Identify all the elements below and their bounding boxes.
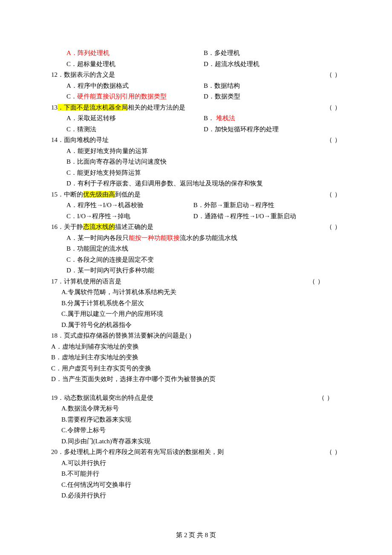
option-a: A.专属软件范畴，与计算机体系结构无关 — [61, 287, 341, 298]
option-b: B．虚地址到主存实地址的变换 — [51, 352, 341, 363]
option-b: B.不可能并行 — [61, 468, 341, 480]
option-a: A．程序中的数据格式 — [66, 81, 204, 92]
q20-stem: 20．多处理机上两个程序段之间若有先写后读的数据相关，则 （ ） — [51, 447, 341, 458]
option-text: A．阵列处理机 — [66, 49, 110, 56]
option-a: A．程序性→I/O→机器校验 — [66, 200, 193, 211]
option-c: C．用户虚页号到主存实页号的变换 — [51, 363, 341, 374]
answer-blank: （ ） — [326, 447, 341, 458]
answer-blank: （ ） — [309, 276, 324, 287]
stem-text: 20．多处理机上两个程序段之间若有先写后读的数据相关，则 — [51, 447, 224, 458]
option-c: C.属于用以建立一个用户的应用环境 — [61, 309, 341, 320]
option-label: C． — [66, 93, 77, 100]
stem-prefix: 15．中断的 — [51, 191, 83, 198]
option-b: B．比面向寄存器的寻址访问速度快 — [66, 156, 341, 168]
highlight-text: 优先级由高 — [83, 191, 115, 198]
option-suffix: 流水的多功能流水线 — [180, 234, 237, 241]
option-d: D.必须并行执行 — [61, 490, 341, 501]
q18-options: A．虚地址到辅存实地址的变换 B．虚地址到主存实地址的变换 C．用户虚页号到主存… — [51, 341, 341, 385]
q13-options: A．采取延迟转移 B． 堆栈法 C．猜测法 D．加快短循环程序的处理 — [51, 113, 341, 135]
option-b: B． 堆栈法 — [204, 113, 341, 124]
option-d: D．当产生页面失效时，选择主存中哪个页作为被替换的页 — [51, 374, 341, 385]
stem-text: 19．动态数据流机最突出的特点是使 — [51, 393, 153, 404]
option-c: C．硬件能直接识别引用的数据类型 — [66, 91, 204, 102]
option-c: C．猜测法 — [66, 124, 204, 135]
q16-options: A．某一时间内各段只能按一种功能联接流水的多功能流水线 B．功能固定的流水线 C… — [51, 233, 341, 276]
stem-suffix: 相关的处理方法的是 — [128, 104, 185, 111]
option-d: D.属于符号化的机器指令 — [61, 320, 341, 331]
q14-options: A．能更好地支持向量的运算 B．比面向寄存器的寻址访问速度快 C．能更好地支持矩… — [51, 146, 341, 189]
answer-blank: （ ） — [326, 102, 341, 113]
highlight-text: ．下面不是流水机器全局 — [58, 104, 128, 111]
stem-text: 14．面向堆栈的寻址 — [51, 135, 109, 146]
stem-text: 17．计算机使用的语言是 — [51, 276, 121, 287]
q11-options: A．阵列处理机 B．多处理机 C．超标量处理机 D．超流水线处理机 — [51, 48, 341, 69]
q13-stem: 13．下面不是流水机器全局相关的处理方法的是 （ ） — [51, 102, 341, 113]
option-a: A．能更好地支持向量的运算 — [66, 146, 341, 157]
spacer — [51, 385, 341, 393]
q12-options: A．程序中的数据格式 B．数据结构 C．硬件能直接识别引用的数据类型 D．数据类… — [51, 81, 341, 102]
option-d: D.同步由门(Latch)寄存器来实现 — [61, 436, 341, 447]
option-a: A.可以并行执行 — [61, 458, 341, 469]
q19-options: A.数据流令牌无标号 B.需要程序记数器来实现 C.令牌带上标号 D.同步由门(… — [51, 403, 341, 447]
option-d: D．加快短循环程序的处理 — [204, 124, 341, 135]
option-c: C．超标量处理机 — [66, 59, 204, 70]
option-b: B.分属于计算机系统各个层次 — [61, 298, 341, 309]
option-a: A．阵列处理机 — [66, 48, 204, 59]
answer-blank: （ ） — [326, 189, 341, 200]
option-a: A．某一时间内各段只能按一种功能联接流水的多功能流水线 — [66, 233, 341, 244]
q15-stem: 15．中断的优先级由高到低的是 （ ） — [51, 189, 341, 200]
option-b: B．数据结构 — [204, 81, 341, 92]
q20-options: A.可以并行执行 B.不可能并行 C.任何情况均可交换串行 D.必须并行执行 — [51, 458, 341, 501]
stem-suffix: 到低的是 — [115, 191, 141, 198]
page-footer: 第 2 页 共 8 页 — [0, 530, 392, 541]
stem-text: 15．中断的优先级由高到低的是 — [51, 189, 141, 200]
option-c: C.令牌带上标号 — [61, 425, 341, 436]
option-c: C．各段之间的连接是固定不变 — [66, 254, 341, 266]
stem-suffix: 描述正确的是 — [115, 223, 153, 230]
question-number: 13 — [51, 104, 58, 111]
option-d: D．通路错→程序性→I/O→重新启动 — [193, 211, 344, 222]
option-b: B．多处理机 — [204, 48, 341, 59]
option-a: A．采取延迟转移 — [66, 113, 204, 124]
option-a: A．虚地址到辅存实地址的变换 — [51, 341, 341, 353]
option-d: D．有利于子程序嵌套、递归调用参数、返回地址及现场的保存和恢复 — [66, 178, 341, 189]
option-a: A.数据流令牌无标号 — [61, 403, 341, 414]
answer-blank: （ ） — [326, 69, 341, 81]
option-highlight: 能按一种功能联接 — [129, 234, 180, 241]
stem-text: 12．数据表示的含义是 — [51, 69, 115, 81]
option-d: D．某一时间内可执行多种功能 — [66, 265, 341, 276]
option-prefix: A．某一时间内各段只 — [66, 234, 129, 241]
answer-blank: （ ） — [326, 135, 341, 146]
option-label: B． — [204, 115, 216, 121]
option-b: B.需要程序记数器来实现 — [61, 414, 341, 425]
q17-options: A.专属软件范畴，与计算机体系结构无关 B.分属于计算机系统各个层次 C.属于用… — [51, 287, 341, 330]
page: A．阵列处理机 B．多处理机 C．超标量处理机 D．超流水线处理机 12．数据表… — [0, 0, 392, 555]
option-text: 堆栈法 — [216, 115, 235, 121]
highlight-text: 态流水线的 — [83, 223, 115, 230]
stem-text: 16．关于静态流水线的描述正确的是 — [51, 222, 153, 233]
option-d: D．数据类型 — [204, 91, 341, 102]
q17-stem: 17．计算机使用的语言是 （ ） — [51, 276, 341, 287]
stem-text: 13．下面不是流水机器全局相关的处理方法的是 — [51, 102, 185, 113]
option-c: C.任何情况均可交换串行 — [61, 480, 341, 491]
q19-stem: 19．动态数据流机最突出的特点是使 （ ） — [51, 393, 341, 404]
q15-options: A．程序性→I/O→机器校验 B．外部→重新启动→程序性 C．I/O→程序性→掉… — [51, 200, 341, 222]
option-c: C．能更好地支持矩阵运算 — [66, 168, 341, 179]
option-c: C．I/O→程序性→掉电 — [66, 211, 193, 222]
answer-blank: （ ） — [318, 393, 333, 404]
q14-stem: 14．面向堆栈的寻址 （ ） — [51, 135, 341, 146]
answer-blank: （ ） — [326, 222, 341, 233]
option-b: B．功能固定的流水线 — [66, 243, 341, 254]
q12-stem: 12．数据表示的含义是 （ ） — [51, 69, 341, 81]
option-d: D．超流水线处理机 — [204, 59, 341, 70]
stem-prefix: 16．关于静 — [51, 223, 83, 230]
q18-stem: 18．页式虚拟存储器的替换算法要解决的问题是( ) — [51, 330, 341, 341]
q16-stem: 16．关于静态流水线的描述正确的是 （ ） — [51, 222, 341, 233]
option-b: B．外部→重新启动→程序性 — [193, 200, 344, 211]
option-text: 硬件能直接识别引用的数据类型 — [77, 93, 167, 100]
